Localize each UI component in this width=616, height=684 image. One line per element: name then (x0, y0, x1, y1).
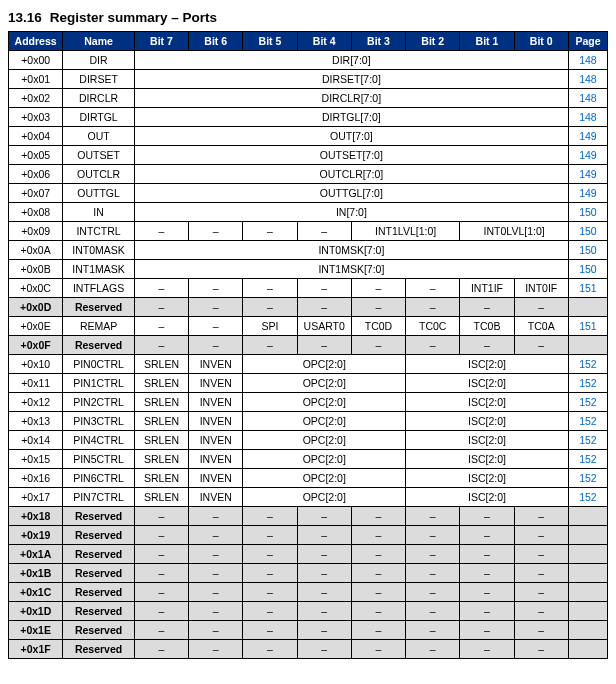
cell-bit: SRLEN (134, 431, 188, 450)
cell-bit: – (406, 336, 460, 355)
page-link[interactable]: 152 (579, 472, 597, 484)
cell-bit: – (243, 564, 297, 583)
page-link[interactable]: 150 (579, 244, 597, 256)
table-row: +0x0FReserved–––––––– (9, 336, 608, 355)
page-link[interactable]: 151 (579, 282, 597, 294)
col-header-bit0: Bit 0 (514, 32, 568, 51)
page-link[interactable]: 151 (579, 320, 597, 332)
table-row: +0x05OUTSETOUTSET[7:0]149 (9, 146, 608, 165)
cell-bit: OPC[2:0] (243, 374, 406, 393)
col-header-address: Address (9, 32, 63, 51)
cell-name: Reserved (63, 564, 135, 583)
page-link[interactable]: 148 (579, 54, 597, 66)
cell-bit: INT1IF (460, 279, 514, 298)
table-row: +0x0CINTFLAGS––––––INT1IFINT0IF151 (9, 279, 608, 298)
cell-bit: – (134, 526, 188, 545)
cell-bit: ISC[2:0] (406, 450, 569, 469)
cell-bit: – (243, 336, 297, 355)
cell-address: +0x14 (9, 431, 63, 450)
cell-address: +0x11 (9, 374, 63, 393)
table-row: +0x1BReserved–––––––– (9, 564, 608, 583)
cell-name: Reserved (63, 583, 135, 602)
page-link[interactable]: 148 (579, 73, 597, 85)
cell-address: +0x0C (9, 279, 63, 298)
cell-bit: OPC[2:0] (243, 469, 406, 488)
cell-page (568, 526, 607, 545)
cell-page: 149 (568, 146, 607, 165)
cell-bit: INVEN (189, 488, 243, 507)
page-link[interactable]: 149 (579, 149, 597, 161)
cell-bit: – (297, 602, 351, 621)
cell-bit: OPC[2:0] (243, 450, 406, 469)
cell-bit: – (189, 602, 243, 621)
col-header-bit3: Bit 3 (351, 32, 405, 51)
cell-bit: – (189, 279, 243, 298)
section-title: 13.16 Register summary – Ports (8, 10, 608, 25)
page-link[interactable]: 148 (579, 111, 597, 123)
cell-page: 152 (568, 393, 607, 412)
cell-bit: – (460, 526, 514, 545)
cell-address: +0x02 (9, 89, 63, 108)
cell-bit: – (243, 507, 297, 526)
page-link[interactable]: 148 (579, 92, 597, 104)
cell-name: INTCTRL (63, 222, 135, 241)
cell-page (568, 583, 607, 602)
page-link[interactable]: 152 (579, 415, 597, 427)
cell-bit: – (134, 545, 188, 564)
page-link[interactable]: 152 (579, 377, 597, 389)
cell-bit: – (514, 545, 568, 564)
cell-bit: DIRTGL[7:0] (134, 108, 568, 127)
cell-address: +0x16 (9, 469, 63, 488)
table-row: +0x11PIN1CTRLSRLENINVENOPC[2:0]ISC[2:0]1… (9, 374, 608, 393)
cell-bit: – (514, 602, 568, 621)
page-link[interactable]: 149 (579, 187, 597, 199)
page-link[interactable]: 150 (579, 263, 597, 275)
page-link[interactable]: 150 (579, 225, 597, 237)
page-link[interactable]: 152 (579, 396, 597, 408)
cell-bit: DIR[7:0] (134, 51, 568, 70)
cell-bit: ISC[2:0] (406, 355, 569, 374)
page-link[interactable]: 149 (579, 130, 597, 142)
cell-bit: ISC[2:0] (406, 412, 569, 431)
cell-name: DIRTGL (63, 108, 135, 127)
cell-bit: – (243, 545, 297, 564)
page-link[interactable]: 150 (579, 206, 597, 218)
table-row: +0x0EREMAP––SPIUSART0TC0DTC0CTC0BTC0A151 (9, 317, 608, 336)
cell-name: INT1MASK (63, 260, 135, 279)
page-link[interactable]: 149 (579, 168, 597, 180)
cell-bit: OUTCLR[7:0] (134, 165, 568, 184)
page-link[interactable]: 152 (579, 358, 597, 370)
page-link[interactable]: 152 (579, 434, 597, 446)
cell-name: DIR (63, 51, 135, 70)
cell-page (568, 507, 607, 526)
cell-bit: – (134, 222, 188, 241)
cell-bit: – (243, 298, 297, 317)
col-header-bit2: Bit 2 (406, 32, 460, 51)
col-header-bit5: Bit 5 (243, 32, 297, 51)
cell-bit: – (134, 583, 188, 602)
table-row: +0x08ININ[7:0]150 (9, 203, 608, 222)
cell-name: Reserved (63, 545, 135, 564)
table-row: +0x01DIRSETDIRSET[7:0]148 (9, 70, 608, 89)
cell-bit: – (460, 564, 514, 583)
cell-page: 148 (568, 51, 607, 70)
cell-name: PIN5CTRL (63, 450, 135, 469)
cell-bit: INVEN (189, 355, 243, 374)
cell-name: OUTCLR (63, 165, 135, 184)
page-link[interactable]: 152 (579, 453, 597, 465)
cell-name: IN (63, 203, 135, 222)
cell-bit: – (297, 222, 351, 241)
table-row: +0x19Reserved–––––––– (9, 526, 608, 545)
cell-bit: – (189, 564, 243, 583)
cell-bit: TC0B (460, 317, 514, 336)
page-link[interactable]: 152 (579, 491, 597, 503)
cell-address: +0x06 (9, 165, 63, 184)
cell-bit: – (351, 621, 405, 640)
cell-bit: – (243, 621, 297, 640)
table-row: +0x04OUTOUT[7:0]149 (9, 127, 608, 146)
cell-address: +0x15 (9, 450, 63, 469)
section-number: 13.16 (8, 10, 42, 25)
cell-name: INTFLAGS (63, 279, 135, 298)
cell-bit: SRLEN (134, 450, 188, 469)
cell-bit: TC0C (406, 317, 460, 336)
